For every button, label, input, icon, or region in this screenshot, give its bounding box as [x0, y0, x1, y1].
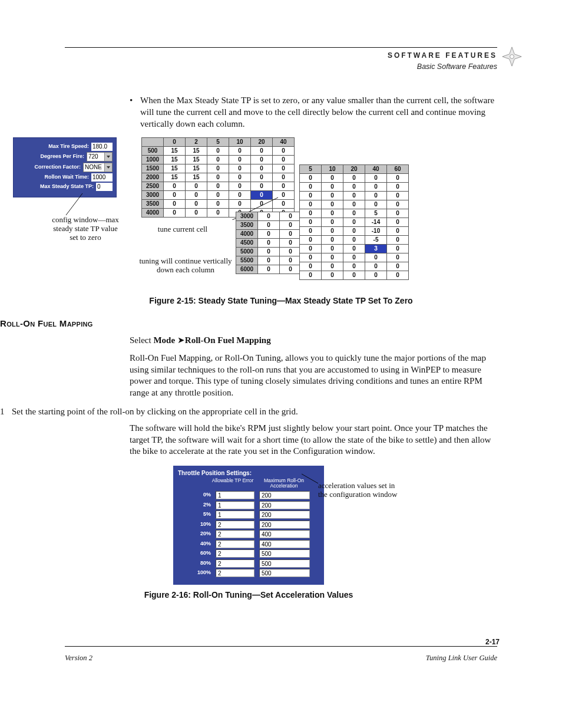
tp-percent: 60%	[178, 550, 216, 557]
tp-accel-input[interactable]: 200	[259, 510, 310, 519]
tp-error-input[interactable]: 2	[216, 530, 254, 538]
tp-percent: 10%	[178, 521, 216, 528]
page-number: 2-17	[485, 638, 500, 647]
tp-error-input[interactable]: 2	[216, 569, 254, 577]
menu-path: Select Mode ➤Roll-On Fuel Mapping	[130, 334, 497, 347]
cfg-max-tire-speed-input[interactable]: 180.0	[91, 143, 113, 151]
bullet-dot: •	[130, 95, 140, 130]
config-window: Max Tire Speed: 180.0 Degrees Per Fire: …	[13, 137, 117, 197]
cfg-mss-label: Max Steady State TP:	[17, 183, 96, 190]
section-roll-on-fuel-mapping: Roll-On Fuel Mapping	[0, 318, 497, 330]
tp-accel-input[interactable]: 500	[259, 559, 310, 568]
tp-error-input[interactable]: 2	[216, 540, 254, 548]
tp-row: 10%2200	[178, 521, 319, 529]
tp-error-input[interactable]: 2	[216, 521, 254, 529]
tp-percent: 40%	[178, 541, 216, 548]
cfg-max-tire-speed-label: Max Tire Speed:	[17, 143, 91, 150]
cfg-dpf-label: Degrees Per Fire:	[17, 153, 87, 160]
tp-percent: 5%	[178, 511, 216, 518]
callout-tune: tune current cell	[141, 225, 224, 233]
tp-error-input[interactable]: 1	[216, 491, 254, 499]
cfg-mss-input[interactable]: 0	[96, 183, 113, 191]
tp-accel-input[interactable]: 400	[259, 540, 310, 548]
callout-accel: acceleration values set inthe configurat…	[318, 481, 436, 499]
tp-error-input[interactable]: 1	[216, 510, 254, 519]
cfg-cf-label: Correction Factor:	[17, 164, 83, 171]
footer-left: Version 2	[65, 653, 92, 663]
cfg-rollon-input[interactable]: 1000	[91, 173, 113, 182]
header-subtitle: Basic Software Features	[65, 62, 497, 72]
page-footer: 2-17 Version 2 Tuning Link User Guide	[65, 653, 497, 663]
tp-accel-input[interactable]: 500	[259, 549, 310, 558]
tp-accel-input[interactable]: 200	[259, 491, 310, 499]
rollon-paragraph-1: Roll-On Fuel Mapping, or Roll-On Tuning,…	[130, 353, 497, 399]
callout-config: config window—maxsteady state TP valuese…	[35, 215, 135, 242]
tp-error-input[interactable]: 2	[216, 549, 254, 558]
tp-row: 60%2500	[178, 549, 319, 558]
cfg-cf-select[interactable]: NONE	[83, 163, 113, 172]
tp-row: 2%1200	[178, 501, 319, 509]
header-title: SOFTWARE FEATURES	[65, 51, 497, 61]
tp-error-input[interactable]: 2	[216, 559, 254, 568]
chevron-down-icon	[104, 153, 112, 161]
tp-accel-input[interactable]: 400	[259, 530, 310, 538]
figure-2-15-caption: Figure 2-15: Steady State Tuning—Max Ste…	[65, 295, 497, 306]
tp-percent: 20%	[178, 531, 216, 538]
callout-vertical: tuning will continue verticallydown each…	[127, 256, 244, 275]
tp-accel-input[interactable]: 500	[259, 569, 310, 577]
page-header: SOFTWARE FEATURES Basic Software Feature…	[65, 51, 497, 71]
tp-accel-input[interactable]: 200	[259, 501, 310, 509]
tp-error-input[interactable]: 1	[216, 501, 254, 509]
tp-row: 5%1200	[178, 510, 319, 519]
tp-col-allowable: Allowable TP Error	[211, 478, 254, 489]
tp-row: 0%1200	[178, 491, 319, 499]
tp-percent: 2%	[178, 502, 216, 509]
bullet-text: When the Max Steady State TP is set to z…	[140, 95, 497, 130]
step-text: Set the starting point of the roll-on by…	[12, 406, 298, 418]
fuel-grid-right[interactable]: 5102040600000000000000000000000050000-14…	[299, 164, 409, 280]
tp-row: 80%2500	[178, 559, 319, 568]
footer-right: Tuning Link User Guide	[426, 653, 497, 663]
rollon-paragraph-2: The software will hold the bike's RPM ju…	[130, 423, 497, 457]
fuel-grid-mid[interactable]: 3000003500004000004500005000005500006000…	[236, 212, 302, 274]
figure-2-16-caption: Figure 2-16: Roll-On Tuning—Set Accelera…	[0, 589, 497, 600]
tp-row: 100%2500	[178, 569, 319, 577]
cfg-dpf-select[interactable]: 720	[87, 152, 113, 162]
svg-point-1	[510, 55, 514, 59]
tp-accel-input[interactable]: 200	[259, 521, 310, 529]
step-number: 1	[0, 406, 12, 418]
tp-row: 40%2400	[178, 540, 319, 548]
tp-percent: 80%	[178, 560, 216, 567]
cfg-rollon-label: Rollon Wait Time:	[17, 174, 91, 181]
tp-row: 20%2400	[178, 530, 319, 538]
bullet-paragraph: • When the Max Steady State TP is set to…	[130, 95, 497, 130]
chevron-down-icon	[104, 163, 112, 172]
header-compass-icon	[502, 47, 522, 67]
tp-percent: 100%	[178, 569, 216, 577]
tp-percent: 0%	[178, 492, 216, 499]
tp-title: Throttle Position Settings:	[178, 469, 319, 477]
